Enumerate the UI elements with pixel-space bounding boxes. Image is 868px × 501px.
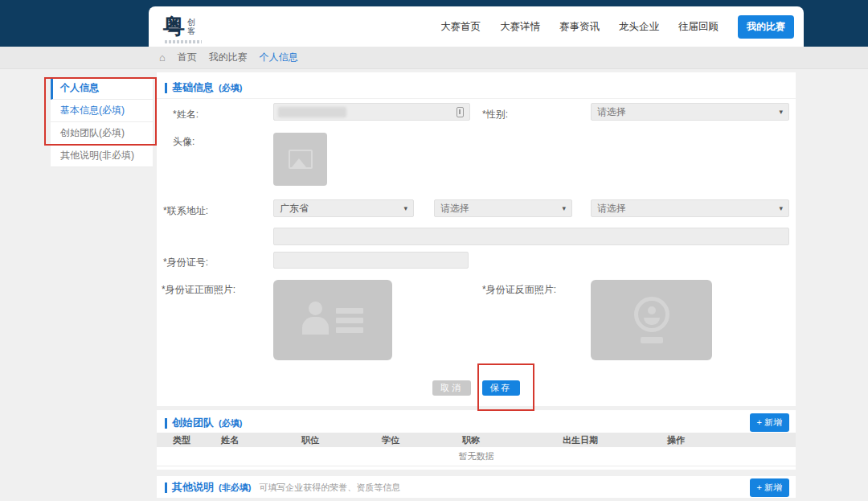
id-number-input[interactable] <box>273 252 469 269</box>
team-section-header: 创始团队 (必填) <box>165 416 242 430</box>
logo-text: 创 客 <box>187 18 195 35</box>
district-select[interactable]: 请选择 ▾ <box>591 199 789 217</box>
breadcrumb: ⌂ 首页 我的比赛 个人信息 <box>159 51 298 64</box>
other-section-header: 其他说明 (非必填) 可填写企业获得的荣誉、资质等信息 <box>165 480 400 495</box>
section-accent-bar <box>165 418 167 429</box>
sidebar-item-founding-team[interactable]: 创始团队(必填) <box>51 122 153 145</box>
team-table-header: 类型 姓名 职位 学位 职称 出生日期 操作 <box>157 433 796 447</box>
sidebar-item-personal-info[interactable]: 个人信息 <box>51 77 153 100</box>
id-card-front-icon <box>302 302 363 339</box>
sidebar: 个人信息 基本信息(必填) 创始团队(必填) 其他说明(非必填) <box>51 77 153 167</box>
section-required-tag: (必填) <box>219 417 242 429</box>
id-card-front-upload[interactable] <box>273 280 392 360</box>
column-position: 职位 <box>301 434 382 446</box>
nav-item-news[interactable]: 赛事资讯 <box>559 20 600 34</box>
save-button[interactable]: 保存 <box>482 380 520 396</box>
table-empty-state: 暂无数据 <box>157 447 796 466</box>
redacted-name-value <box>278 107 346 117</box>
chevron-down-icon: ▾ <box>779 204 783 212</box>
cancel-button[interactable]: 取消 <box>432 380 471 396</box>
address-detail-input[interactable] <box>273 228 789 245</box>
page: 粤 创 客 大赛首页 大赛详情 赛事资讯 龙头企业 往届回顾 我的比赛 ⌂ 首页… <box>0 0 868 501</box>
breadcrumb-my-competition[interactable]: 我的比赛 <box>209 51 248 64</box>
chevron-down-icon: ▾ <box>403 204 407 212</box>
breadcrumb-personal-info: 个人信息 <box>260 51 298 64</box>
logo-mark: 粤 <box>163 16 185 38</box>
site-logo[interactable]: 粤 创 客 <box>163 16 195 38</box>
breadcrumb-bar: ⌂ 首页 我的比赛 个人信息 <box>0 47 868 69</box>
section-title: 创始团队 <box>172 416 214 430</box>
image-placeholder-icon <box>289 150 313 169</box>
sidebar-item-other-notes[interactable]: 其他说明(非必填) <box>51 145 153 167</box>
id-number-label: *身份证号: <box>163 256 208 269</box>
district-select-value: 请选择 <box>597 202 626 216</box>
section-required-tag: (必填) <box>219 82 242 94</box>
section-title: 基础信息 <box>172 80 214 95</box>
name-input[interactable] <box>273 103 470 121</box>
section-optional-tag: (非必填) <box>219 482 251 494</box>
nav-item-details[interactable]: 大赛详情 <box>500 20 540 34</box>
gender-label: *性别: <box>482 108 508 121</box>
section-accent-bar <box>165 483 167 493</box>
column-actions: 操作 <box>667 434 772 446</box>
gender-select-value: 请选择 <box>597 105 626 119</box>
address-label: *联系地址: <box>163 204 208 218</box>
column-birthdate: 出生日期 <box>563 434 667 446</box>
contact-card-icon[interactable] <box>457 107 464 117</box>
city-select[interactable]: 请选择 ▾ <box>434 199 572 217</box>
section-accent-bar <box>165 83 167 93</box>
column-title: 职称 <box>462 434 563 446</box>
name-label: *姓名: <box>173 108 199 121</box>
section-title: 其他说明 <box>172 480 214 495</box>
header-card: 粤 创 客 大赛首页 大赛详情 赛事资讯 龙头企业 往届回顾 我的比赛 <box>149 6 804 47</box>
founding-team-panel: 创始团队 (必填) + 新增 类型 姓名 职位 学位 职称 出生日期 操作 暂无… <box>157 410 796 470</box>
avatar-upload[interactable] <box>273 133 327 186</box>
gender-select[interactable]: 请选择 ▾ <box>591 103 789 121</box>
id-card-back-upload[interactable] <box>591 280 712 360</box>
id-front-label: *身份证正面照片: <box>162 283 235 297</box>
nav-item-review[interactable]: 往届回顾 <box>678 20 719 34</box>
logo-tagline <box>165 40 202 43</box>
add-other-note-button[interactable]: + 新增 <box>750 478 789 497</box>
my-competition-button[interactable]: 我的比赛 <box>738 15 794 39</box>
column-name: 姓名 <box>221 434 301 446</box>
divider <box>157 98 796 99</box>
breadcrumb-home[interactable]: 首页 <box>178 51 197 64</box>
add-team-member-button[interactable]: + 新增 <box>750 413 789 432</box>
nav-item-enterprises[interactable]: 龙头企业 <box>619 20 659 34</box>
column-degree: 学位 <box>382 434 462 446</box>
basic-info-panel: 基础信息 (必填) *姓名: *性别: 请选择 ▾ 头像: *联系地址: 广东省… <box>157 72 796 406</box>
city-select-value: 请选择 <box>440 202 469 216</box>
section-hint: 可填写企业获得的荣誉、资质等信息 <box>259 482 400 494</box>
main-nav: 大赛首页 大赛详情 赛事资讯 龙头企业 往届回顾 我的比赛 <box>440 6 794 47</box>
nav-item-home[interactable]: 大赛首页 <box>440 20 481 34</box>
province-select[interactable]: 广东省 ▾ <box>273 199 414 217</box>
province-select-value: 广东省 <box>280 202 309 216</box>
chevron-down-icon: ▾ <box>562 204 566 212</box>
national-emblem-icon <box>629 297 674 343</box>
sidebar-item-basic-info[interactable]: 基本信息(必填) <box>51 100 153 122</box>
id-back-label: *身份证反面照片: <box>482 283 556 297</box>
chevron-down-icon: ▾ <box>779 108 783 116</box>
other-notes-panel: 其他说明 (非必填) 可填写企业获得的荣誉、资质等信息 + 新增 <box>157 476 796 498</box>
basic-info-section-header: 基础信息 (必填) <box>165 80 242 95</box>
home-icon[interactable]: ⌂ <box>159 51 166 64</box>
column-type: 类型 <box>157 434 221 446</box>
avatar-label: 头像: <box>173 135 194 149</box>
